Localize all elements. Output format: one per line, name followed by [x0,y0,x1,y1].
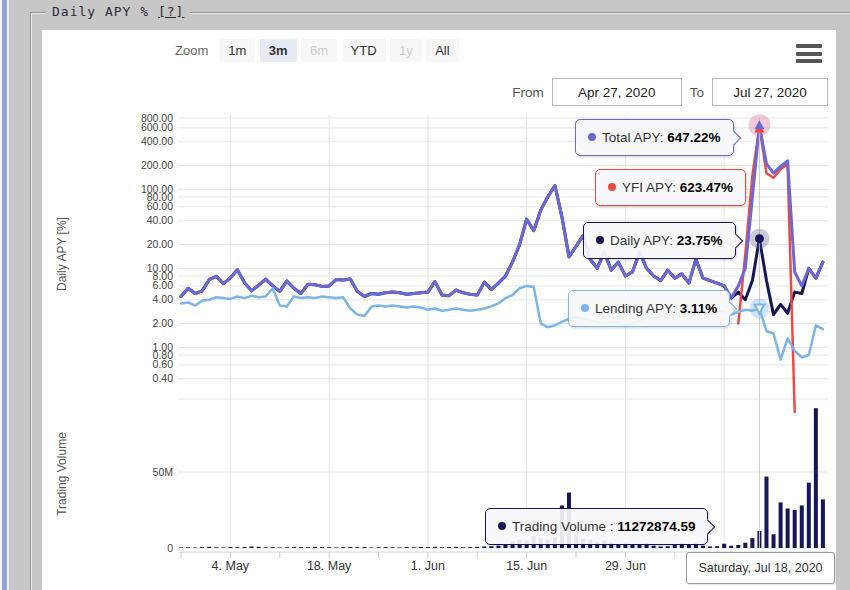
zoom-button-ytd[interactable]: YTD [342,39,386,62]
volume-bar[interactable] [398,547,402,548]
volume-bar[interactable] [334,547,338,548]
volume-bar[interactable] [426,547,430,548]
hamburger-icon [796,44,822,48]
volume-bar[interactable] [715,546,719,548]
volume-bar[interactable] [652,546,656,548]
volume-bar[interactable] [278,547,282,548]
zoom-button-1m[interactable]: 1m [219,39,255,62]
volume-bar[interactable] [299,547,303,548]
volume-bar[interactable] [221,547,225,548]
volume-bar[interactable] [235,547,239,548]
volume-bar[interactable] [779,502,783,548]
volume-bar[interactable] [320,547,324,548]
volume-bar[interactable] [327,547,331,548]
volume-bar[interactable] [355,547,359,548]
apy-axis-tick-label: 0.60 [153,358,174,370]
trading-volume-dot-icon [498,522,506,530]
volume-bar[interactable] [454,547,458,548]
volume-bar[interactable] [313,547,317,548]
zoom-label: Zoom [175,43,208,58]
volume-bar[interactable] [348,547,352,548]
from-label: From [512,85,544,100]
volume-bar[interactable] [186,547,190,548]
volume-bar[interactable] [673,545,677,548]
volume-bar[interactable] [764,477,768,548]
volume-bar[interactable] [369,547,373,548]
volume-bar[interactable] [461,547,465,548]
volume-bar[interactable] [489,546,493,548]
volume-bar[interactable] [496,546,500,548]
volume-bar[interactable] [377,547,381,548]
volume-bar[interactable] [814,408,818,548]
volume-bar[interactable] [419,547,423,548]
date-range-controls: From To [512,78,828,106]
zoom-button-group: 1m 3m 6m YTD 1y All [219,39,458,62]
volume-bar[interactable] [179,547,183,548]
x-axis-tick-label: 4. May [212,559,250,573]
volume-bar[interactable] [285,547,289,548]
volume-bar[interactable] [257,547,261,548]
apy-axis-tick-label: 60.00 [147,200,173,212]
volume-bar[interactable] [722,544,726,548]
apy-axis-tick-label: 600.00 [141,121,173,133]
volume-bar[interactable] [708,546,712,548]
volume-bar[interactable] [405,547,409,548]
volume-bar[interactable] [701,546,705,548]
volume-bar[interactable] [659,546,663,548]
volume-bar[interactable] [433,547,437,548]
volume-bar[interactable] [468,547,472,548]
tooltip-date-text: Saturday, Jul 18, 2020 [698,561,822,575]
volume-bar[interactable] [743,543,747,548]
hamburger-icon [796,52,822,56]
volume-bar[interactable] [630,545,634,548]
groupbox-title: Daily APY % [?] [46,4,190,19]
yfi-apy-dot-icon [608,183,616,191]
zoom-button-all[interactable]: All [426,39,458,62]
volume-bar[interactable] [292,547,296,548]
volume-bar[interactable] [341,547,345,548]
volume-bar[interactable] [786,508,790,548]
zoom-button-1y: 1y [390,39,422,62]
apy-axis-tick-label: 2.00 [153,317,174,329]
volume-bar[interactable] [391,547,395,548]
volume-bar[interactable] [736,545,740,548]
volume-bar[interactable] [475,547,479,548]
volume-bar[interactable] [750,538,754,548]
chart-panel: Zoom 1m 3m 6m YTD 1y All From To 800.006… [42,30,836,590]
volume-bar[interactable] [440,547,444,548]
volume-bar[interactable] [264,547,268,548]
to-date-input[interactable] [712,78,828,106]
volume-bar[interactable] [800,505,804,548]
zoom-button-3m[interactable]: 3m [260,39,297,62]
series-line-yfi-apy[interactable] [738,127,794,412]
volume-bar[interactable] [666,546,670,548]
volume-bar[interactable] [271,547,275,548]
volume-bar[interactable] [821,499,825,548]
volume-bar[interactable] [807,483,811,548]
volume-bar[interactable] [228,547,232,548]
volume-bar[interactable] [687,545,691,548]
from-date-input[interactable] [552,78,682,106]
volume-bar[interactable] [729,546,733,548]
volume-bar[interactable] [306,547,310,548]
volume-bar[interactable] [772,534,776,548]
volume-bar[interactable] [362,547,366,548]
volume-bar[interactable] [214,547,218,548]
volume-bar[interactable] [200,547,204,548]
apy-axis-tick-label: 400.00 [141,135,173,147]
volume-bar[interactable] [412,547,416,548]
volume-bar[interactable] [482,546,486,548]
volume-bar[interactable] [384,547,388,548]
tooltip-value: 23.75% [677,233,723,248]
volume-bar[interactable] [447,547,451,548]
chart-menu-button[interactable] [796,44,822,63]
tooltip-value: 3.11% [680,301,718,316]
app-window: { "window": { "title": "Daily APY %", "h… [0,0,850,590]
help-link[interactable]: [?] [158,4,184,19]
volume-bar[interactable] [242,547,246,548]
volume-bar[interactable] [250,546,254,548]
volume-bar[interactable] [207,547,211,548]
tooltip-total-apy: Total APY: 647.22% [575,119,734,156]
volume-bar[interactable] [793,510,797,548]
daily-apy-dot-icon [596,236,604,244]
